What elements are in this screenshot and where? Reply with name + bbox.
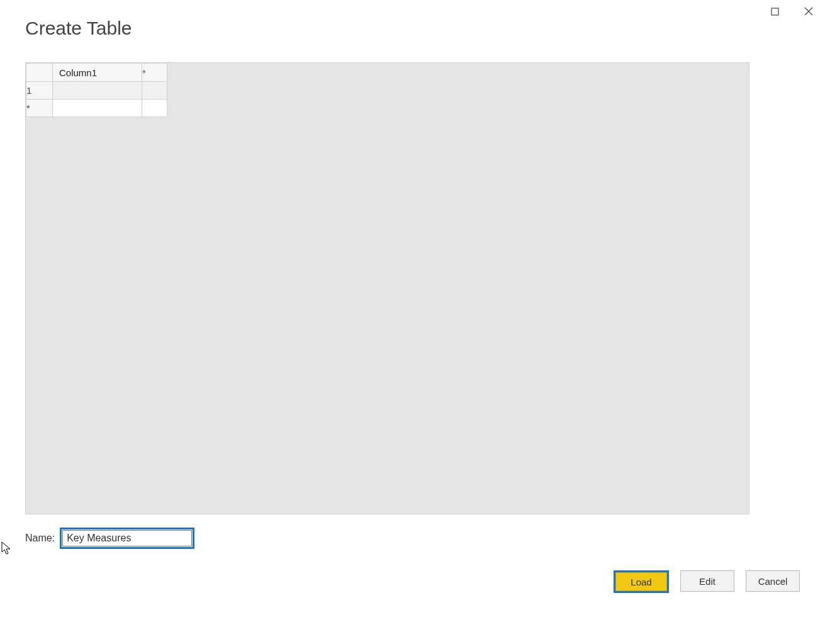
maximize-icon (771, 8, 779, 16)
data-cell-extra[interactable] (142, 82, 167, 99)
corner-cell[interactable] (26, 64, 53, 82)
load-button[interactable]: Load (615, 572, 667, 591)
svg-rect-0 (772, 8, 778, 15)
cursor-icon (1, 541, 13, 556)
data-cell[interactable] (53, 99, 142, 117)
row-header[interactable]: 1 (26, 82, 53, 99)
add-row-button[interactable]: * (26, 99, 53, 117)
name-label: Name: (25, 533, 55, 544)
maximize-button[interactable] (763, 3, 786, 20)
name-input[interactable] (62, 530, 192, 546)
data-cell-extra[interactable] (142, 99, 167, 117)
cancel-button[interactable]: Cancel (746, 570, 800, 592)
data-table: Column1 * 1 * (26, 63, 167, 117)
data-cell[interactable] (53, 82, 142, 99)
edit-button[interactable]: Edit (680, 570, 734, 592)
add-column-button[interactable]: * (142, 64, 167, 82)
table-grid-area[interactable]: Column1 * 1 * (25, 62, 749, 514)
close-icon (804, 7, 813, 16)
column-header[interactable]: Column1 (53, 64, 142, 82)
dialog-title: Create Table (25, 18, 132, 39)
close-button[interactable] (797, 3, 820, 20)
